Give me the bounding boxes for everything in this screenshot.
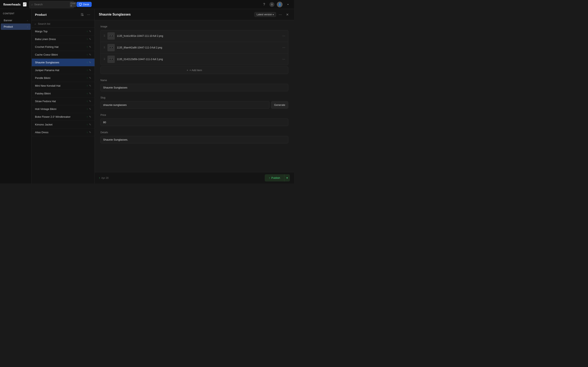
image-filename: 1135_fccb1c901e-10447-111-10-full 2.png: [117, 34, 280, 37]
publish-dropdown-button[interactable]: ▾: [284, 174, 290, 182]
publish-icon: ↑: [86, 30, 88, 33]
sidebar-item-label: Product: [4, 25, 13, 28]
desk-button[interactable]: Desk: [77, 2, 92, 7]
add-item-label: + Add item: [190, 69, 202, 72]
image-row: ⠿ 🕶️ 1135_0142123d5b-10447-111-2-full 2.…: [101, 54, 288, 65]
publish-icon: ↑: [86, 84, 88, 87]
list-item[interactable]: Crochet Fishing Hat ↑ ✎: [32, 43, 95, 51]
list-item[interactable]: Margo Top ↑ ✎: [32, 28, 95, 35]
close-button[interactable]: ✕: [285, 12, 290, 17]
svg-rect-0: [79, 3, 82, 5]
avatar: 👤: [277, 2, 283, 7]
plus-icon: +: [187, 69, 188, 72]
middle-panel: Product ⋯ ⌕ Margo Top ↑ ✎ Balia Linen Dr…: [32, 9, 95, 184]
drag-handle-icon[interactable]: ⠿: [104, 58, 105, 61]
list-item[interactable]: Boke Flower 2.0' Windbreaker ↑ ✎: [32, 113, 95, 121]
account-menu-button[interactable]: ▾: [285, 2, 291, 7]
more-options-button[interactable]: ⋯: [278, 12, 283, 17]
edit-icon: ✎: [89, 61, 91, 64]
new-item-button[interactable]: [79, 12, 85, 17]
image-menu-button[interactable]: ⋯: [282, 34, 285, 38]
price-label: Price: [100, 114, 288, 117]
left-sidebar: Content Banner › Product ›: [0, 9, 32, 184]
version-select[interactable]: Latest version ▾: [254, 12, 276, 17]
edit-icon: ✎: [89, 30, 91, 33]
publish-icon: ↑: [86, 92, 88, 95]
chevron-right-icon: ›: [27, 19, 28, 22]
right-header: Shaunie Sunglasses Latest version ▾ ⋯ ✕: [95, 9, 294, 20]
name-input[interactable]: [100, 84, 288, 91]
right-header-icons: Latest version ▾ ⋯ ✕: [254, 12, 290, 17]
list-search-input[interactable]: [38, 22, 92, 25]
search-input[interactable]: [34, 3, 69, 6]
search-kbd: Cmd K: [70, 2, 76, 7]
price-input[interactable]: [100, 118, 288, 126]
image-filename: 1135_8fae442a86-10447-111-3-full 2.png: [117, 46, 280, 49]
list-item[interactable]: Holi Vintage Bikini ↑ ✎: [32, 105, 95, 113]
detail-title: Shaunie Sunglasses: [99, 13, 254, 16]
list-item-shaunie-sunglasses[interactable]: Shaunie Sunglasses ↑ ✎: [32, 59, 95, 67]
publish-icon: ↑: [86, 108, 88, 110]
help-button[interactable]: ?: [261, 2, 267, 7]
edit-icon: ✎: [89, 108, 91, 110]
list-item[interactable]: Alias Dress ↑ ✎: [32, 129, 95, 136]
edit-icon: ✎: [89, 92, 91, 95]
middle-header: Product ⋯: [32, 9, 95, 20]
list-item[interactable]: Balia Linen Dress ↑ ✎: [32, 35, 95, 43]
topbar: flowerheads ⌕ Cmd K Desk ? 0 👤 ▾: [0, 0, 294, 9]
list-item[interactable]: Kimono Jacket ↑ ✎: [32, 121, 95, 129]
sidebar-title: Content: [0, 12, 32, 17]
product-list: Margo Top ↑ ✎ Balia Linen Dress ↑ ✎ Croc…: [32, 28, 95, 184]
price-section: Price: [100, 114, 288, 126]
edit-icon-button[interactable]: [23, 2, 26, 7]
list-item[interactable]: Cache Coeur Bikini ↑ ✎: [32, 51, 95, 59]
slug-section: Slug Generate: [100, 96, 288, 109]
edit-icon: ✎: [89, 115, 91, 118]
global-search: ⌕ Cmd K: [29, 1, 74, 8]
edit-icon: ✎: [89, 76, 91, 79]
edit-icon: ✎: [89, 131, 91, 134]
publish-button[interactable]: ↑ Publish: [265, 174, 284, 182]
details-input[interactable]: [100, 136, 288, 143]
details-label: Details: [100, 131, 288, 134]
date-label: Apr 28: [101, 176, 108, 179]
edit-icon: ✎: [89, 123, 91, 126]
publish-icon: ↑: [86, 131, 88, 134]
drag-handle-icon[interactable]: ⠿: [104, 34, 105, 37]
more-options-button[interactable]: ⋯: [86, 12, 91, 17]
generate-button[interactable]: Generate: [271, 101, 288, 109]
slug-input[interactable]: [100, 101, 269, 109]
image-thumbnail: 🕶️: [107, 32, 115, 40]
sidebar-item-banner[interactable]: Banner ›: [1, 17, 31, 24]
drag-handle-icon[interactable]: ⠿: [104, 46, 105, 49]
add-item-button[interactable]: + + Add item: [100, 67, 288, 74]
sidebar-item-label: Banner: [4, 19, 12, 22]
name-label: Name: [100, 79, 288, 82]
image-row: ⠿ 🕶️ 1135_8fae442a86-10447-111-3-full 2.…: [101, 42, 288, 54]
publish-icon: ↑: [86, 69, 88, 72]
list-item[interactable]: Juniper Panama Hat ↑ ✎: [32, 67, 95, 74]
details-section: Details: [100, 131, 288, 143]
right-content: Image ⠿ 🕶️ 1135_fccb1c901e-10447-111-10-…: [95, 20, 294, 172]
sidebar-item-product[interactable]: Product ›: [1, 24, 31, 30]
list-item[interactable]: Paisley Bikini ↑ ✎: [32, 90, 95, 98]
publish-icon: ↑: [86, 38, 88, 41]
edit-icon: ✎: [89, 84, 91, 87]
publish-icon: ↑: [86, 53, 88, 56]
chevron-down-icon: ▾: [273, 14, 274, 16]
search-bar: ⌕: [32, 20, 95, 28]
image-menu-button[interactable]: ⋯: [282, 58, 285, 61]
image-section: Image ⠿ 🕶️ 1135_fccb1c901e-10447-111-10-…: [100, 25, 288, 74]
list-item[interactable]: Mini New Kendall Hat ↑ ✎: [32, 82, 95, 90]
slug-label: Slug: [100, 96, 288, 99]
image-menu-button[interactable]: ⋯: [282, 46, 285, 49]
publish-upload-icon: ↑: [269, 176, 270, 179]
list-item[interactable]: Straw Fedora Hat ↑ ✎: [32, 98, 95, 105]
publish-label: Publish: [271, 176, 280, 179]
search-icon: ⌕: [35, 22, 36, 25]
search-icon: ⌕: [31, 3, 33, 6]
upload-icon: ↑: [99, 176, 100, 179]
image-thumbnail: 🕶️: [107, 44, 115, 51]
list-item[interactable]: Pendle Bikini ↑ ✎: [32, 74, 95, 82]
publish-icon: ↑: [86, 61, 88, 64]
